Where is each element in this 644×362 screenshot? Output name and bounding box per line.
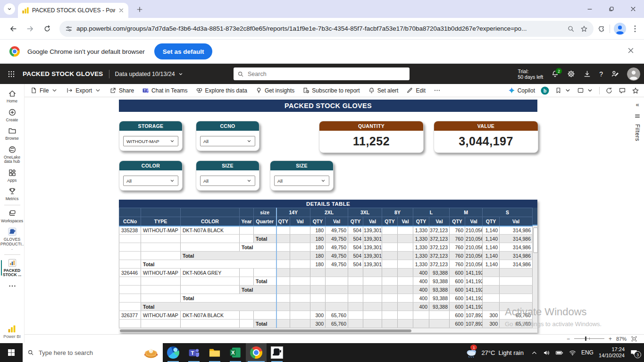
sidebar-item-browse[interactable]: Browse	[0, 124, 25, 143]
slicer-dropdown[interactable]: All	[200, 136, 255, 146]
chrome-menu-icon[interactable]	[631, 25, 639, 33]
favorite-star-icon[interactable]	[632, 87, 639, 94]
help-button[interactable]: ?	[599, 70, 603, 78]
sidebar-item-create[interactable]: Create	[0, 106, 25, 125]
pane-menu-icon[interactable]	[634, 113, 641, 119]
taskbar-edge[interactable]	[163, 343, 184, 362]
menu-item-file[interactable]: File	[30, 87, 58, 94]
matrix-val-header[interactable]: Val	[290, 217, 310, 226]
slicer-dropdown[interactable]: All	[200, 176, 255, 186]
browser-tab[interactable]: PACKED STOCK GLOVES - Powe	[18, 3, 128, 18]
matrix-qty-header[interactable]: QTY	[310, 217, 326, 226]
wifi-icon[interactable]	[569, 349, 576, 356]
download-button[interactable]	[583, 70, 591, 78]
matrix-col-header-color[interactable]: COLOR	[181, 217, 240, 226]
matrix-col-header-quarter[interactable]: Quarter	[254, 217, 276, 226]
taskbar-explorer[interactable]	[204, 343, 225, 362]
matrix-val-header[interactable]: Val	[398, 217, 413, 226]
scrollbar-thumb[interactable]	[120, 329, 411, 332]
matrix-col-header-ccno[interactable]: CCNo	[119, 217, 141, 226]
sidebar-item-metrics[interactable]: Metrics	[0, 185, 25, 203]
forward-button[interactable]	[24, 23, 36, 35]
volume-icon[interactable]	[543, 349, 550, 356]
matrix-qty-header[interactable]: QTY	[450, 217, 465, 226]
copilot-button[interactable]: Copilot	[508, 87, 535, 94]
slicer-dropdown[interactable]: All	[123, 176, 178, 186]
profile-avatar[interactable]	[614, 23, 626, 35]
matrix-col-header-year[interactable]: Year	[240, 217, 254, 226]
menu-item-edit[interactable]: Edit	[406, 87, 426, 94]
matrix-qty-header[interactable]: QTY	[483, 217, 500, 226]
taskbar-excel[interactable]: X	[225, 343, 246, 362]
slicer-dropdown[interactable]: All	[274, 176, 329, 186]
matrix-size-group-l[interactable]: L	[413, 208, 450, 217]
sidebar-item-apps[interactable]: Apps	[0, 166, 25, 185]
sidebar-item-workspaces[interactable]: Workspaces	[0, 207, 25, 226]
start-button[interactable]	[0, 343, 23, 362]
menu-item-get-insights[interactable]: Get insights	[255, 87, 294, 94]
search-input[interactable]	[247, 70, 390, 78]
matrix-size-group-m[interactable]: M	[450, 208, 483, 217]
maximize-button[interactable]	[601, 0, 622, 18]
site-settings-icon[interactable]	[65, 25, 73, 33]
menu-item-chat-in-teams[interactable]: TChat in Teams	[142, 87, 187, 94]
zoom-in-button[interactable]: +	[609, 336, 612, 342]
matrix-size-group-s[interactable]: S	[483, 208, 533, 217]
matrix-val-header[interactable]: Val	[500, 217, 533, 226]
taskbar-search[interactable]: Type here to search	[23, 343, 163, 362]
menu-item-more[interactable]	[434, 87, 441, 94]
zoom-slider-handle[interactable]	[585, 337, 586, 341]
matrix-qty-header[interactable]: QTY	[276, 217, 290, 226]
horizontal-scrollbar[interactable]	[119, 328, 537, 333]
taskbar-chrome[interactable]	[246, 343, 267, 362]
feedback-button[interactable]	[611, 70, 619, 78]
slicer-dropdown[interactable]: WITHOUT-MAP	[123, 136, 178, 146]
comment-icon[interactable]	[619, 87, 626, 94]
b-extension-icon[interactable]: b	[541, 86, 549, 95]
view-button[interactable]	[577, 87, 594, 94]
tab-search-button[interactable]	[4, 3, 15, 15]
zoom-icon[interactable]	[567, 25, 575, 33]
bookmarks-button[interactable]	[555, 87, 571, 94]
collapse-pane-icon[interactable]: «	[636, 101, 639, 108]
battery-icon[interactable]	[555, 349, 564, 356]
bookmark-star-icon[interactable]	[580, 25, 588, 33]
tab-close-icon[interactable]	[118, 7, 125, 14]
matrix-qty-header[interactable]: QTY	[348, 217, 363, 226]
sidebar-item-home[interactable]: Home	[0, 87, 25, 106]
zoom-out-button[interactable]: −	[567, 336, 570, 342]
sidebar-item-onelake-data-hub[interactable]: OneLake data hub	[0, 143, 25, 166]
global-search[interactable]	[234, 67, 410, 80]
infobar-close-button[interactable]	[627, 47, 635, 56]
matrix-size-group-14y[interactable]: 14Y	[276, 208, 310, 217]
matrix-val-header[interactable]: Val	[429, 217, 450, 226]
new-tab-button[interactable]	[135, 5, 144, 14]
reload-button[interactable]	[41, 23, 53, 35]
matrix-size-group-8y[interactable]: 8Y	[382, 208, 413, 217]
vertical-scrollbar[interactable]	[533, 208, 537, 328]
matrix-size-group-3xl[interactable]: 3XL	[348, 208, 382, 217]
close-button[interactable]	[622, 0, 644, 18]
data-updated-button[interactable]: Data updated 10/13/24	[115, 71, 184, 77]
clock[interactable]: 17:24 14/10/2024	[599, 346, 625, 359]
url-bar[interactable]: app.powerbi.com/groups/a7d7da5e-f3b6-4d3…	[59, 21, 594, 37]
tray-overflow-icon[interactable]	[531, 349, 538, 356]
sidebar-item-packed-stock[interactable]: PACKED STOCK ...	[0, 256, 25, 279]
fit-to-page-icon[interactable]	[631, 336, 637, 342]
menu-item-share[interactable]: Share	[109, 87, 134, 94]
menu-item-export[interactable]: Export	[66, 87, 101, 94]
minimize-button[interactable]	[579, 0, 601, 18]
settings-button[interactable]	[567, 70, 575, 78]
scrollbar-thumb[interactable]	[533, 227, 538, 253]
account-avatar[interactable]	[627, 67, 640, 81]
taskbar-teams[interactable]: T	[184, 343, 204, 362]
extensions-icon[interactable]	[597, 25, 606, 33]
weather-widget[interactable]: 1 27°C Light rain	[466, 346, 524, 359]
filters-label[interactable]: Filters	[634, 124, 641, 141]
matrix-qty-header[interactable]: QTY	[413, 217, 429, 226]
matrix-val-header[interactable]: Val	[465, 217, 483, 226]
menu-item-subscribe-to-report[interactable]: Subscribe to report	[302, 87, 360, 94]
app-launcher-button[interactable]	[0, 64, 23, 84]
matrix-col-header-type[interactable]: TYPE	[141, 217, 181, 226]
notifications-button[interactable]: 2	[551, 70, 559, 78]
